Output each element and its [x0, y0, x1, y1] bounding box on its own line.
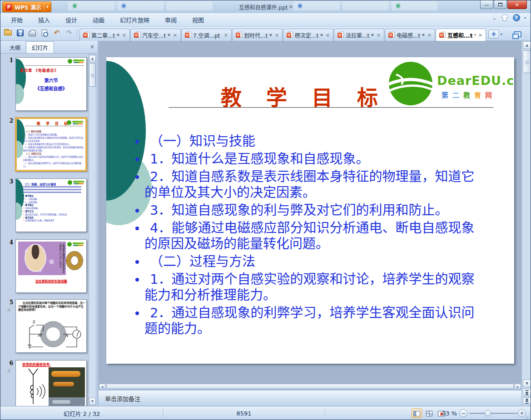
bullet-item: 4．能够通过电磁感应部分知识分析通电、断电自感现象的原因及磁场的能量转化问题。 — [134, 220, 480, 252]
doc-tab-4[interactable]: 划时代...t * × — [232, 29, 283, 41]
title-bar: P WPS 演示 ▾ 互感和自感课件.ppt * — ✕ — [0, 0, 531, 13]
print-preview-button[interactable] — [40, 28, 49, 37]
menu-item-design[interactable]: 设计 — [65, 14, 78, 25]
help-icon[interactable]: ? — [513, 14, 520, 21]
thumb4-caption: 法拉第和他的实验线圈 — [16, 279, 86, 283]
bullet-item: 2．知道自感系数是表示线圈本身特征的物理量，知道它的单位及其大小的决定因素。 — [134, 169, 480, 201]
slide-number: 4 — [5, 239, 13, 246]
document-title: 互感和自感课件.ppt * — [0, 3, 531, 11]
tab-outline[interactable]: 大纲 — [4, 42, 26, 53]
new-tab-button[interactable]: + — [488, 30, 499, 39]
normal-view-button[interactable] — [412, 409, 422, 418]
thumb5-question: 在法拉第的实验中两个线圈并没有用导线连接，当一个线圈中的电流变化时，在另一个线圈… — [18, 301, 85, 311]
skin-tshirt-icon[interactable] — [501, 15, 509, 21]
menu-item-view[interactable]: 视图 — [191, 14, 205, 25]
zoom-slider-thumb[interactable] — [485, 410, 491, 416]
current-slide[interactable]: 教 学 目 标 DearEDU.com 第二教育网 （一）知识与技能 1．知道什… — [106, 57, 514, 364]
notes-placeholder[interactable]: 单击添加备注 — [105, 394, 140, 403]
slide-editor-canvas[interactable]: 教 学 目 标 DearEDU.com 第二教育网 （一）知识与技能 1．知道什… — [99, 41, 521, 383]
tab-close-icon[interactable]: × — [477, 32, 483, 38]
panel-close-icon[interactable]: × — [90, 44, 94, 50]
bullet-item: （一）知识与技能 — [134, 133, 480, 149]
doc-tab-7[interactable]: 电磁感...t * × — [385, 29, 435, 41]
chevron-down-icon[interactable]: ▾ — [524, 16, 526, 20]
tab-close-icon[interactable]: × — [274, 32, 280, 38]
tab-close-icon[interactable]: × — [427, 32, 432, 38]
next-slide-button[interactable] — [523, 397, 531, 405]
undo-button[interactable]: ↶ — [52, 28, 61, 37]
tab-close-icon[interactable]: × — [376, 32, 382, 38]
slide-number: 1 — [5, 57, 13, 64]
print-button[interactable] — [28, 28, 37, 37]
slide-sorter-button[interactable] — [424, 409, 434, 418]
tab-close-icon[interactable]: × — [121, 32, 127, 38]
bullet-item: 3．知道自感现象的利与弊及对它们的利用和防止。 — [134, 203, 480, 218]
doc-tab-1[interactable]: 第二章...t * × — [79, 29, 130, 41]
scroll-up-arrow[interactable]: ▲ — [89, 55, 96, 62]
scroll-left-arrow[interactable]: ◀ — [99, 384, 105, 389]
thumb1-title: 《互感和自感》 — [16, 85, 86, 92]
close-button[interactable]: ✕ — [507, 0, 527, 9]
open-file-button[interactable] — [3, 28, 12, 37]
radio-photo-lower — [49, 397, 85, 406]
slide-thumbnail-4[interactable]: 英国著名物理学家和化学家 法拉第（1791-1867） 法拉第和他的实验线圈 — [15, 239, 87, 293]
slide-thumbnail-2-selected[interactable]: 教 学 目 标 （一）知识与技能 1．知道什么是互感现象和自感现象。 2．知道自… — [15, 118, 87, 171]
tab-close-icon[interactable]: × — [223, 32, 229, 38]
menu-item-slideshow[interactable]: 幻灯片放映 — [119, 14, 150, 25]
vertical-scrollbar[interactable]: ▲ ▼ — [521, 41, 531, 406]
maximize-button[interactable] — [494, 0, 507, 9]
window-arrange-icon[interactable] — [514, 31, 521, 37]
normal-view-icon — [413, 411, 420, 416]
radio-interior-photo — [49, 367, 85, 397]
scroll-right-arrow[interactable]: ▶ — [515, 384, 521, 389]
save-button[interactable] — [15, 28, 25, 37]
previous-slide-button[interactable] — [523, 389, 531, 396]
slide-title[interactable]: 教 学 目 标 — [221, 81, 412, 111]
sidebar-scrollbar[interactable]: ▲ ▼ — [89, 54, 96, 405]
slide-body-text[interactable]: （一）知识与技能 1．知道什么是互感现象和自感现象。 2．知道自感系数是表示线圈… — [134, 133, 480, 339]
zoom-slider-track[interactable] — [469, 413, 517, 414]
doc-tab-8-active[interactable]: 互感和...t * × — [436, 29, 486, 41]
menu-item-insert[interactable]: 插入 — [37, 14, 51, 25]
scroll-down-arrow[interactable]: ▼ — [523, 380, 531, 387]
horizontal-scrollbar[interactable]: ◀ ▶ — [99, 383, 521, 390]
tab-list-dropdown-icon[interactable]: ▾ — [501, 32, 502, 36]
slide-thumbnail-1[interactable]: 第四章 《电磁感应》 第六节 《互感和自感》 — [15, 57, 87, 111]
collapse-ribbon-icon[interactable]: ⌄ — [492, 15, 496, 21]
redo-button[interactable]: ↷ — [65, 28, 74, 37]
doc-tab-2[interactable]: 汽车空...t * × — [130, 29, 181, 41]
zoom-out-button[interactable]: − — [459, 409, 467, 417]
resize-grip[interactable] — [525, 415, 529, 419]
bullet-item: 2．通过自感现象的利弊学习，培养学生客观全面认识问题的能力。 — [134, 305, 480, 337]
tab-close-icon[interactable]: × — [172, 32, 178, 38]
tab-slides[interactable]: 幻灯片 — [26, 41, 54, 53]
slides-panel: 大纲 幻灯片 × 1 第四章 《电磁感应》 第六节 《互感和自感》 2 教 学 … — [0, 41, 98, 406]
slide-thumbnail-3[interactable]: （三）情感、态度与价值观 教学重点 1．自感现象。 2．自感系数。 教学难点 分… — [15, 178, 87, 232]
thumb3-lines: 教学重点 1．自感现象。 2．自感系数。 教学难点 分析自感现象。 教学方法 通… — [23, 195, 83, 222]
menu-item-review[interactable]: 审阅 — [164, 14, 178, 25]
scrollbar-thumb[interactable] — [89, 63, 96, 87]
doc-tab-5[interactable]: 楞次定...t * × — [283, 29, 333, 41]
zoom-level: 93 % — [442, 410, 457, 417]
scroll-down-arrow[interactable]: ▼ — [89, 398, 96, 405]
tab-close-icon[interactable]: × — [325, 32, 331, 38]
slide-thumbnail-5[interactable]: 在法拉第的实验中两个线圈并没有用导线连接，当一个线圈中的电流变化时，在另一个线圈… — [15, 299, 87, 353]
slide-thumbnail-6[interactable]: 收音机的接收信号: — [15, 360, 87, 406]
deared-logo: DearEDU.com 第二教育网 — [388, 61, 511, 111]
svg-text:S: S — [32, 320, 35, 324]
scroll-up-arrow[interactable]: ▲ — [523, 41, 531, 49]
thumbnail-list: 1 第四章 《电磁感应》 第六节 《互感和自感》 2 教 学 目 标 （一）知识… — [0, 54, 98, 406]
scrollbar-thumb[interactable] — [106, 384, 514, 389]
doc-tab-6[interactable]: 法拉第...t * × — [334, 29, 384, 41]
thumb2-bullets: （一）知识与技能 1．知道什么是互感现象和自感现象。 2．知道自感系数是表示线圈… — [23, 130, 84, 168]
thumb1-section: 第六节 — [16, 77, 86, 84]
menu-item-start[interactable]: 开始 — [10, 14, 24, 25]
minimize-button[interactable]: — — [480, 0, 493, 9]
menu-item-animation[interactable]: 动画 — [92, 14, 105, 25]
doc-tab-3[interactable]: 7.空调...pt * × — [181, 29, 232, 41]
mutual-induction-circuit-diagram: S M N — [16, 318, 87, 352]
slide-number: 5 — [5, 299, 13, 306]
thumb1-chapter: 第四章 《电磁感应》 — [20, 68, 59, 73]
notes-pane[interactable]: 单击添加备注 — [99, 390, 521, 406]
scrollbar-thumb[interactable] — [523, 50, 531, 73]
